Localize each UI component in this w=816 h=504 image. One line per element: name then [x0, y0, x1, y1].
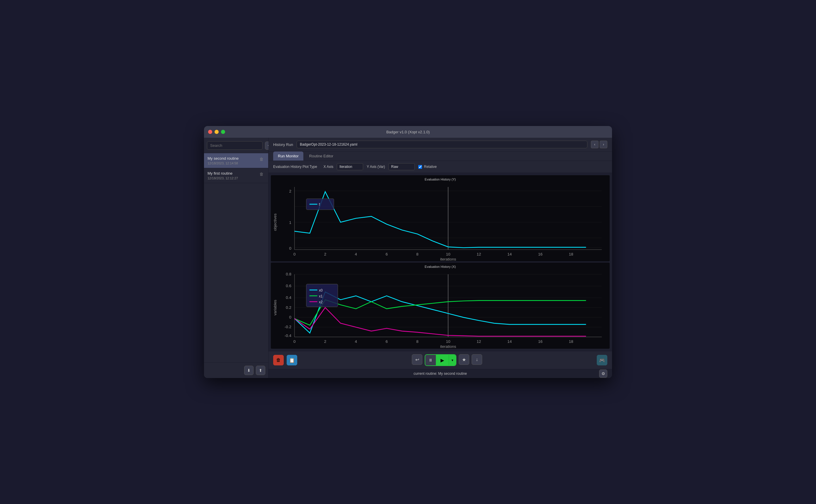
svg-text:x2: x2: [319, 300, 323, 304]
routine-item-info: My first routine 12/18/2023, 12:12:27: [208, 171, 238, 180]
close-button[interactable]: [208, 130, 212, 134]
svg-text:-0.4: -0.4: [285, 333, 292, 338]
routine-date: 12/18/2023, 12:14:58: [208, 161, 239, 165]
svg-text:0: 0: [293, 252, 295, 256]
bottom-toolbar: 🗑 📋 ↩ ⏸ ▶: [268, 351, 612, 369]
chart-x: Evaluation History (X): [271, 263, 610, 349]
environment-button[interactable]: 🎮: [597, 355, 607, 365]
undo-icon: ↩: [415, 357, 419, 362]
svg-text:1: 1: [289, 220, 291, 225]
nav-next-button[interactable]: ›: [600, 141, 607, 148]
import-run-button[interactable]: ↓: [472, 354, 482, 365]
routine-item[interactable]: My second routine 12/18/2023, 12:14:58 🗑: [204, 153, 268, 168]
pause-button[interactable]: ⏸: [425, 355, 436, 365]
history-run-select[interactable]: BadgerOpt-2023-12-18-121624.yaml: [297, 141, 587, 148]
svg-text:6: 6: [385, 339, 387, 344]
svg-text:0.6: 0.6: [286, 284, 291, 288]
import-button[interactable]: ⬆: [256, 366, 265, 375]
routine-item-info: My second routine 12/18/2023, 12:14:58: [208, 156, 239, 165]
svg-text:iterations: iterations: [440, 257, 456, 261]
play-icon: ▶: [441, 357, 444, 363]
y-axis-label: Y Axis (Var): [367, 165, 385, 169]
svg-text:0.8: 0.8: [286, 272, 291, 276]
svg-text:6: 6: [385, 252, 387, 256]
settings-button[interactable]: ⚙: [599, 370, 607, 378]
status-bar: current routine: My second routine ⚙: [268, 369, 612, 378]
svg-text:14: 14: [507, 252, 512, 256]
tab-bar: Run Monitor Routine Editor: [268, 151, 612, 161]
chart-controls: Evaluation History Plot Type X Axis Iter…: [268, 161, 612, 173]
relative-label: Relative: [424, 165, 436, 169]
star-icon: ★: [462, 357, 466, 362]
svg-text:objectives: objectives: [273, 213, 277, 231]
traffic-lights: [208, 130, 225, 134]
svg-text:8: 8: [416, 339, 418, 344]
play-pause-group: ⏸ ▶ ▼: [425, 354, 456, 366]
delete-routine-button[interactable]: 🗑: [258, 156, 265, 162]
chart-y-svg: 2 1 0 0 2 4 6 8 10 12 14 16 18: [271, 175, 610, 261]
main-content: + My second routine 12/18/2023, 12:14:58…: [204, 138, 612, 378]
svg-text:16: 16: [538, 339, 543, 344]
svg-text:variables: variables: [273, 300, 277, 316]
routine-date: 12/18/2023, 12:12:27: [208, 176, 238, 180]
svg-rect-0: [271, 175, 610, 261]
svg-text:0: 0: [289, 315, 291, 319]
charts-area: Evaluation History (Y): [268, 173, 612, 351]
x-axis-select[interactable]: Iteration: [337, 163, 363, 170]
panel-header: History Run BadgerOpt-2023-12-18-121624.…: [268, 138, 612, 151]
search-input[interactable]: [207, 141, 263, 150]
environment-icon: 🎮: [599, 357, 605, 363]
app-window: Badger v1.0 (Xopt v2.1.0) + My second ro…: [204, 126, 612, 378]
svg-text:2: 2: [324, 339, 326, 344]
svg-text:18: 18: [569, 252, 573, 256]
svg-text:16: 16: [538, 252, 543, 256]
svg-text:10: 10: [446, 339, 450, 344]
svg-text:2: 2: [289, 189, 291, 193]
svg-text:0.4: 0.4: [286, 295, 291, 300]
sidebar-bottom: ⬇ ⬆: [204, 362, 268, 378]
play-dropdown-button[interactable]: ▼: [449, 355, 456, 365]
svg-text:0.2: 0.2: [286, 305, 291, 310]
routine-list: My second routine 12/18/2023, 12:14:58 🗑…: [204, 153, 268, 362]
svg-text:x0: x0: [319, 288, 323, 292]
nav-arrows: ‹ ›: [591, 141, 607, 148]
maximize-button[interactable]: [221, 130, 225, 134]
delete-routine-button[interactable]: 🗑: [258, 171, 265, 177]
svg-text:-0.2: -0.2: [285, 325, 291, 329]
toolbar-center: ↩ ⏸ ▶ ▼ ★: [300, 354, 594, 366]
sidebar: + My second routine 12/18/2023, 12:14:58…: [204, 138, 268, 378]
tab-routine-editor[interactable]: Routine Editor: [305, 151, 338, 161]
history-run-label: History Run: [273, 142, 293, 147]
export-button[interactable]: ⬇: [244, 366, 254, 375]
relative-checkbox[interactable]: Relative: [418, 165, 436, 169]
delete-icon: 🗑: [276, 357, 281, 363]
nav-prev-button[interactable]: ‹: [591, 141, 599, 148]
copy-icon: 📋: [289, 357, 295, 363]
settings-icon: ⚙: [601, 371, 605, 376]
dropdown-icon: ▼: [451, 359, 454, 362]
y-axis-select[interactable]: Raw: [388, 163, 415, 170]
minimize-button[interactable]: [215, 130, 219, 134]
copy-button[interactable]: 📋: [287, 355, 297, 365]
title-bar: Badger v1.0 (Xopt v2.1.0): [204, 126, 612, 138]
sidebar-top: +: [204, 138, 268, 153]
svg-text:12: 12: [477, 252, 481, 256]
chart-x-title: Evaluation History (X): [271, 265, 610, 268]
routine-name: My second routine: [208, 156, 239, 161]
pause-icon: ⏸: [429, 358, 433, 362]
svg-text:18: 18: [569, 339, 573, 344]
undo-button[interactable]: ↩: [412, 354, 422, 365]
play-button[interactable]: ▶: [436, 355, 449, 365]
svg-text:8: 8: [416, 252, 418, 256]
routine-name: My first routine: [208, 171, 238, 176]
svg-text:4: 4: [355, 252, 357, 256]
svg-text:10: 10: [446, 252, 450, 256]
svg-text:12: 12: [477, 339, 481, 344]
tab-run-monitor[interactable]: Run Monitor: [273, 151, 303, 161]
svg-text:iterations: iterations: [440, 344, 456, 349]
status-text: current routine: My second routine: [414, 372, 467, 376]
star-button[interactable]: ★: [459, 354, 469, 365]
svg-text:2: 2: [324, 252, 326, 256]
delete-button[interactable]: 🗑: [273, 355, 284, 365]
routine-item[interactable]: My first routine 12/18/2023, 12:12:27 🗑: [204, 168, 268, 183]
